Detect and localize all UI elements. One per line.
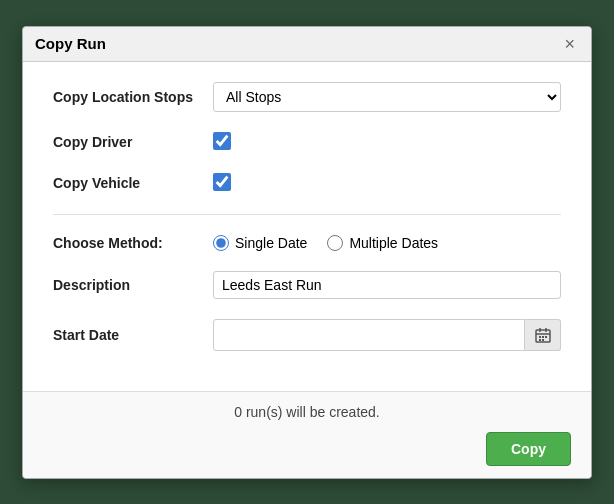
copy-vehicle-label: Copy Vehicle <box>53 175 213 191</box>
modal-footer: 0 run(s) will be created. Copy <box>23 391 591 478</box>
calendar-icon <box>535 327 551 343</box>
multiple-dates-label: Multiple Dates <box>349 235 438 251</box>
single-date-option[interactable]: Single Date <box>213 235 307 251</box>
description-row: Description <box>53 271 561 299</box>
runs-info: 0 run(s) will be created. <box>43 404 571 420</box>
copy-vehicle-row: Copy Vehicle <box>53 173 561 194</box>
svg-rect-6 <box>545 336 547 338</box>
modal-title: Copy Run <box>35 35 106 52</box>
copy-run-modal: Copy Run × Copy Location Stops All Stops… <box>22 26 592 479</box>
copy-driver-control <box>213 132 561 153</box>
radio-group: Single Date Multiple Dates <box>213 235 561 251</box>
copy-vehicle-checkbox[interactable] <box>213 173 231 191</box>
copy-location-stops-select[interactable]: All Stops No Stops Selected Stops <box>213 82 561 112</box>
copy-driver-checkbox[interactable] <box>213 132 231 150</box>
svg-rect-5 <box>542 336 544 338</box>
description-label: Description <box>53 277 213 293</box>
section-divider <box>53 214 561 215</box>
description-input[interactable] <box>213 271 561 299</box>
calendar-button[interactable] <box>525 319 561 351</box>
copy-location-stops-control: All Stops No Stops Selected Stops <box>213 82 561 112</box>
modal-overlay: Copy Run × Copy Location Stops All Stops… <box>0 0 614 504</box>
copy-button[interactable]: Copy <box>486 432 571 466</box>
svg-rect-8 <box>542 339 544 341</box>
start-date-row: Start Date <box>53 319 561 351</box>
choose-method-control: Single Date Multiple Dates <box>213 235 561 251</box>
start-date-label: Start Date <box>53 327 213 343</box>
date-row <box>213 319 561 351</box>
svg-rect-4 <box>539 336 541 338</box>
single-date-label: Single Date <box>235 235 307 251</box>
multiple-dates-option[interactable]: Multiple Dates <box>327 235 438 251</box>
copy-driver-label: Copy Driver <box>53 134 213 150</box>
copy-location-stops-label: Copy Location Stops <box>53 89 213 105</box>
modal-body: Copy Location Stops All Stops No Stops S… <box>23 62 591 391</box>
copy-location-stops-row: Copy Location Stops All Stops No Stops S… <box>53 82 561 112</box>
modal-header: Copy Run × <box>23 27 591 62</box>
svg-rect-7 <box>539 339 541 341</box>
single-date-radio[interactable] <box>213 235 229 251</box>
choose-method-label: Choose Method: <box>53 235 213 251</box>
choose-method-row: Choose Method: Single Date Multiple Date… <box>53 235 561 251</box>
copy-vehicle-control <box>213 173 561 194</box>
description-control <box>213 271 561 299</box>
footer-buttons: Copy <box>43 432 571 466</box>
start-date-control <box>213 319 561 351</box>
multiple-dates-radio[interactable] <box>327 235 343 251</box>
modal-close-button[interactable]: × <box>560 35 579 53</box>
copy-driver-row: Copy Driver <box>53 132 561 153</box>
start-date-input[interactable] <box>213 319 525 351</box>
